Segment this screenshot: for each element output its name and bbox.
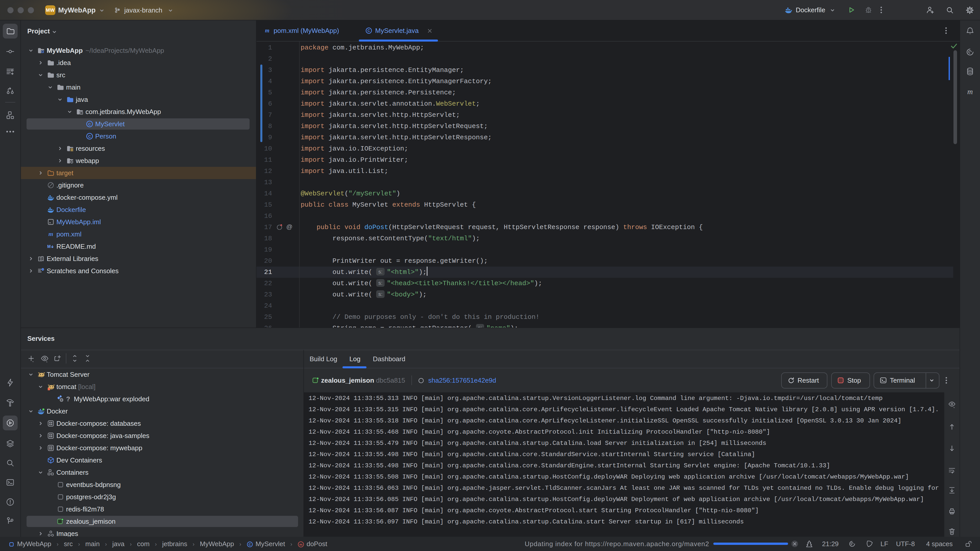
svg-text:C: C [88, 134, 91, 138]
svg-text:m: m [967, 87, 973, 96]
svg-text:m: m [48, 230, 53, 237]
svg-text:M: M [47, 245, 51, 249]
svg-text:m: m [299, 543, 302, 546]
svg-text:C: C [249, 543, 251, 546]
svg-text:@: @ [286, 224, 293, 230]
svg-text:C: C [88, 122, 91, 126]
